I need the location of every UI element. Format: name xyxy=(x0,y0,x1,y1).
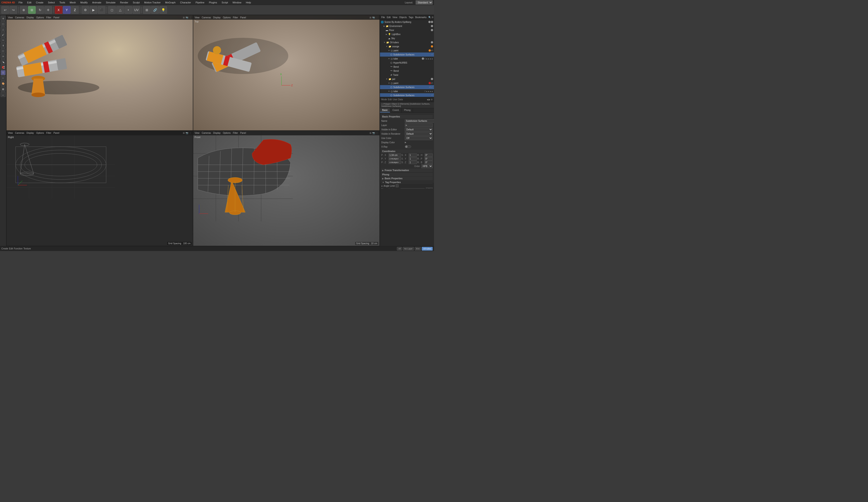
tl-edit-tab[interactable]: Edit xyxy=(9,247,13,250)
filter-oiltubes[interactable]: Oil tubes xyxy=(422,247,433,250)
pa-value[interactable] xyxy=(426,188,433,188)
tool-brush[interactable]: 🖌 xyxy=(1,32,6,37)
prop-edit-btn[interactable]: Edit xyxy=(388,98,392,101)
y-axis-button[interactable]: Y xyxy=(63,6,71,14)
transform-button[interactable]: ✛ xyxy=(44,6,52,14)
tool-grid-mode[interactable]: ▦ xyxy=(1,86,6,91)
tool-paint[interactable]: 🎨 xyxy=(1,81,6,86)
prop-userdata-btn[interactable]: User Data xyxy=(393,98,403,101)
tl-texture-tab[interactable]: Texture xyxy=(23,247,31,250)
point-button[interactable]: • xyxy=(124,6,132,14)
name-input[interactable] xyxy=(405,119,434,123)
vp4-view[interactable]: View xyxy=(195,132,199,134)
menu-script[interactable]: Script xyxy=(221,1,229,4)
vp4-menu-icon[interactable]: ⋮ xyxy=(376,132,378,134)
viewport-front[interactable]: View Cameras Display Options Filter Pane… xyxy=(193,131,380,246)
prop-nav-next[interactable]: ▶ xyxy=(429,99,430,101)
cf-px-input[interactable] xyxy=(389,153,401,157)
xray-toggle[interactable] xyxy=(405,145,411,148)
vp3-display[interactable]: Display xyxy=(27,132,34,134)
vp1-view[interactable]: View xyxy=(8,16,13,19)
vp1-menu-icon[interactable]: ⋮ xyxy=(189,16,192,19)
snap-button[interactable]: 🔗 xyxy=(151,6,159,14)
vp2-panel[interactable]: Panel xyxy=(240,16,246,19)
cf-pz-input[interactable] xyxy=(389,161,401,164)
tl-create-tab[interactable]: Create xyxy=(1,247,8,250)
menu-help[interactable]: Help xyxy=(245,1,252,4)
cf-sy-input[interactable] xyxy=(409,157,417,161)
layer-field[interactable]: ▶ xyxy=(405,123,433,127)
vp3-filter[interactable]: Filter xyxy=(46,132,51,134)
menu-pipeline[interactable]: Pipeline xyxy=(195,1,205,4)
vp4-display[interactable]: Display xyxy=(213,132,221,134)
undo-button[interactable]: ↩ xyxy=(1,6,9,14)
basic-props-section[interactable]: ▶ Basic Properties xyxy=(381,177,433,180)
vp1-display[interactable]: Display xyxy=(27,16,34,19)
om-view-menu[interactable]: View xyxy=(392,16,397,19)
tree-item-bend2[interactable]: 〜 Bend xyxy=(380,69,434,73)
scale-tool-button[interactable]: ⊞ xyxy=(28,6,36,14)
tree-item-subdiv-3[interactable]: ⬡ Subdivision Surfaces ✓ xyxy=(380,93,434,97)
vp1-panel[interactable]: Panel xyxy=(54,16,60,19)
poly-button[interactable]: ◻ xyxy=(108,6,116,14)
tool-align[interactable]: ⚊ xyxy=(1,92,6,97)
om-tags-menu[interactable]: Tags xyxy=(409,16,413,19)
cf-sz-input[interactable] xyxy=(409,161,417,164)
tool-magnet[interactable]: 🧲 xyxy=(1,65,6,70)
tag-props-section[interactable]: ▼ Tag Properties xyxy=(381,181,433,184)
render-frame-button[interactable]: ▶ xyxy=(90,6,97,14)
tab-coord[interactable]: Coord. xyxy=(390,108,402,112)
cf-rp-input[interactable] xyxy=(424,157,433,161)
tool-cut[interactable]: ✂ xyxy=(1,38,6,42)
vp4-filter[interactable]: Filter xyxy=(233,132,238,134)
vp3-expand-icon[interactable]: ⊞ xyxy=(183,132,185,134)
filter-all[interactable]: All xyxy=(397,247,402,250)
grid-button[interactable]: ⊞ xyxy=(143,6,151,14)
tree-item-floor[interactable]: ▬ Floor xyxy=(380,28,434,32)
vp3-panel[interactable]: Panel xyxy=(54,132,60,134)
vp2-menu-icon[interactable]: ⋮ xyxy=(376,16,378,19)
vp4-cameras[interactable]: Cameras xyxy=(202,132,211,134)
menu-animate[interactable]: Animate xyxy=(91,1,102,4)
tree-item-paint-jad[interactable]: ▼ ◻ paint 🏷 xyxy=(380,81,434,85)
move-tool-button[interactable]: ⊕ xyxy=(20,6,28,14)
menu-simulate[interactable]: Simulate xyxy=(105,1,116,4)
vp2-view[interactable]: View xyxy=(195,16,199,19)
tab-basic[interactable]: Basic xyxy=(380,108,390,112)
viewport-top[interactable]: Z X View Cameras Display Options Filter … xyxy=(193,15,380,131)
menu-select[interactable]: Select xyxy=(47,1,56,4)
om-settings-icon[interactable]: ⚙ xyxy=(432,16,434,19)
menu-plugins[interactable]: Plugins xyxy=(208,1,218,4)
cf-sx-input[interactable] xyxy=(409,153,417,157)
menu-sculpt[interactable]: Sculpt xyxy=(132,1,141,4)
vp4-panel[interactable]: Panel xyxy=(240,132,246,134)
render-view-button[interactable]: ⬛ xyxy=(98,6,105,14)
tree-item-oiltubes[interactable]: ▼ 📁 Oil tubes xyxy=(380,40,434,44)
tool-knife[interactable]: 🔪 xyxy=(1,59,6,64)
x-axis-button[interactable]: X xyxy=(55,6,62,14)
freeze-transform-section[interactable]: ▶ Freeze Transformation xyxy=(381,168,433,172)
om-bookmarks-menu[interactable]: Bookmarks xyxy=(415,16,426,19)
menu-file[interactable]: File xyxy=(18,1,23,4)
uv-button[interactable]: UV xyxy=(133,6,140,14)
prop-settings-icon[interactable]: ⚙ xyxy=(431,99,433,101)
menu-tools[interactable]: Tools xyxy=(58,1,66,4)
al-checkbox[interactable] xyxy=(396,184,399,187)
menu-edit[interactable]: Edit xyxy=(26,1,32,4)
menu-motion-tracker[interactable]: Motion Tracker xyxy=(143,1,162,4)
menu-render[interactable]: Render xyxy=(119,1,129,4)
filter-env[interactable]: Env xyxy=(415,247,421,250)
vp2-cameras[interactable]: Cameras xyxy=(202,16,211,19)
tool-weld[interactable]: ⟡ xyxy=(1,75,6,81)
tl-function-tab[interactable]: Function xyxy=(14,247,22,250)
vis-renderer-dropdown[interactable]: Default xyxy=(405,132,433,136)
vp3-view[interactable]: View xyxy=(8,132,13,134)
tool-move[interactable]: ⊕ xyxy=(1,16,6,21)
tool-extrude[interactable]: ⬆ xyxy=(1,43,6,48)
layout-dropdown[interactable]: Standard xyxy=(416,0,433,4)
tree-item-sky[interactable]: ☁ Sky xyxy=(380,36,434,40)
vp3-cameras[interactable]: Cameras xyxy=(15,132,24,134)
render-settings-button[interactable]: ⚙ xyxy=(81,6,89,14)
z-axis-button[interactable]: Z xyxy=(71,6,79,14)
om-file-menu[interactable]: File xyxy=(381,16,385,19)
